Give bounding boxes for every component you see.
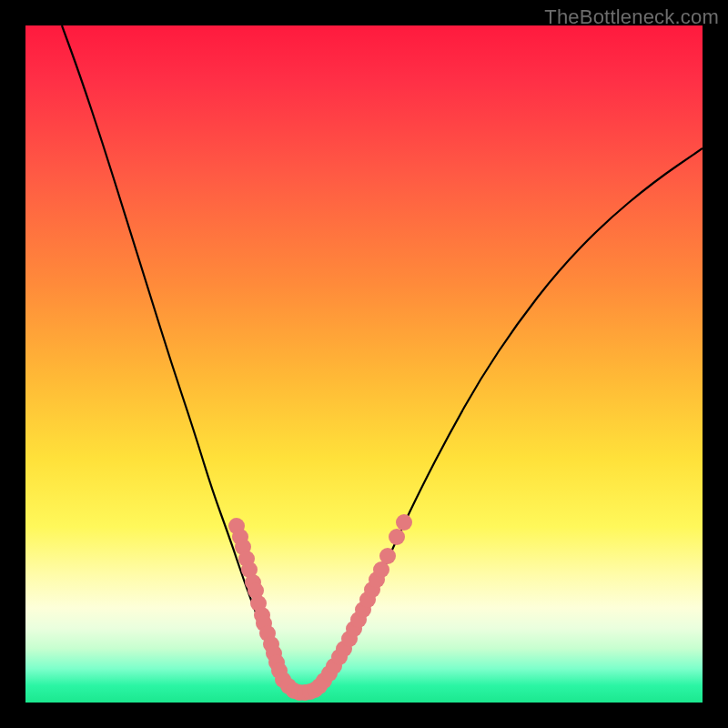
data-marker	[389, 529, 405, 545]
chart-svg	[25, 25, 703, 703]
chart-frame: TheBottleneck.com	[0, 0, 728, 728]
plot-area	[25, 25, 703, 703]
data-marker	[379, 548, 396, 564]
bottleneck-curve	[62, 25, 703, 693]
marker-layer	[228, 514, 412, 701]
data-marker	[396, 514, 412, 531]
